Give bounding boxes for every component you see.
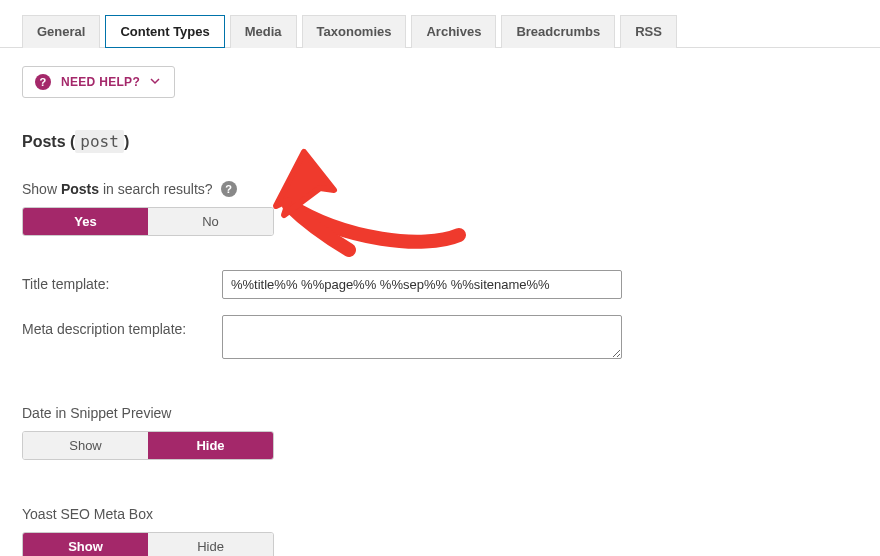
tab-rss[interactable]: RSS — [620, 15, 677, 48]
title-template-label: Title template: — [22, 270, 222, 292]
date-preview-show[interactable]: Show — [23, 432, 148, 459]
tab-breadcrumbs[interactable]: Breadcrumbs — [501, 15, 615, 48]
tab-general[interactable]: General — [22, 15, 100, 48]
tabs-nav: General Content Types Media Taxonomies A… — [0, 0, 880, 48]
tab-media[interactable]: Media — [230, 15, 297, 48]
meta-box-toggle: Show Hide — [22, 532, 274, 556]
need-help-button[interactable]: ? NEED HELP? — [22, 66, 175, 98]
post-type-code: post — [75, 130, 124, 153]
meta-box-show[interactable]: Show — [23, 533, 148, 556]
tab-taxonomies[interactable]: Taxonomies — [302, 15, 407, 48]
show-in-results-yes[interactable]: Yes — [23, 208, 148, 235]
question-icon: ? — [35, 74, 51, 90]
chevron-down-icon — [150, 75, 160, 89]
date-preview-toggle: Show Hide — [22, 431, 274, 460]
tab-content-types[interactable]: Content Types — [105, 15, 224, 48]
section-title: Posts (post) — [22, 132, 858, 151]
meta-desc-label: Meta description template: — [22, 315, 222, 337]
meta-box-label: Yoast SEO Meta Box — [22, 506, 858, 522]
show-in-results-label: Show Posts in search results? ? — [22, 181, 858, 197]
meta-desc-textarea[interactable] — [222, 315, 622, 359]
date-preview-label: Date in Snippet Preview — [22, 405, 858, 421]
section-title-suffix: ) — [124, 133, 129, 150]
help-tooltip-icon[interactable]: ? — [221, 181, 237, 197]
section-title-prefix: Posts ( — [22, 133, 75, 150]
show-in-results-no[interactable]: No — [148, 208, 273, 235]
date-preview-hide[interactable]: Hide — [148, 432, 273, 459]
show-in-results-toggle: Yes No — [22, 207, 274, 236]
meta-box-hide[interactable]: Hide — [148, 533, 273, 556]
need-help-label: NEED HELP? — [61, 75, 140, 89]
title-template-input[interactable] — [222, 270, 622, 299]
tab-archives[interactable]: Archives — [411, 15, 496, 48]
